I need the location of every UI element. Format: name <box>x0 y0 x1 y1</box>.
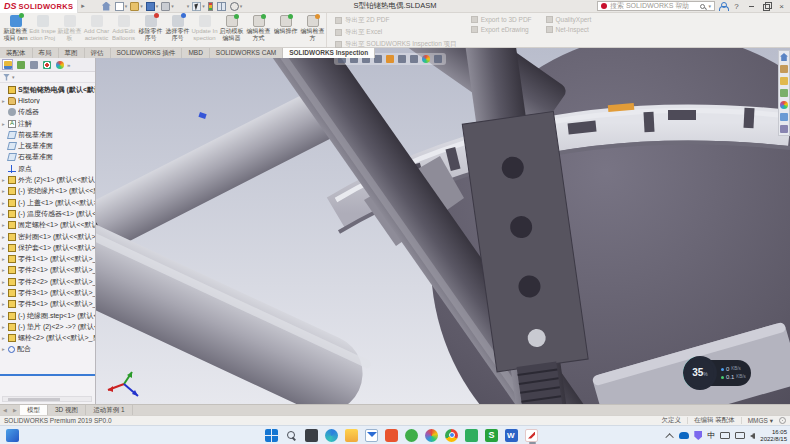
command-tab[interactable]: SOLIDWORKS CAM <box>210 48 283 58</box>
help-search-box[interactable]: 搜索 SOLIDWORKS 帮助 ▾ <box>597 1 715 11</box>
dropdown-caret[interactable]: ▾ <box>140 3 143 9</box>
units-selector[interactable]: MMGS ▾ <box>748 417 773 425</box>
file-explorer-icon[interactable] <box>345 429 358 442</box>
minimize-button[interactable] <box>746 1 757 12</box>
tree-item[interactable]: ▸ (-) 垫片 (2)<2> ->? (默认<<默认> <box>0 321 95 332</box>
solidworks-logo[interactable]: DS SOLIDWORKS <box>0 0 78 13</box>
tab-configurationmanager[interactable] <box>28 59 39 70</box>
save-icon[interactable]: ▾ <box>146 2 159 11</box>
task-view-icon[interactable] <box>305 429 318 442</box>
tree-item[interactable]: ▸ 零件3<1> (默认<<默认>_显示状 <box>0 287 95 298</box>
tree-horizontal-scrollbar[interactable] <box>2 396 92 402</box>
volume-icon[interactable] <box>750 433 755 439</box>
tree-item[interactable]: ▸ (-) 绝缘圈.step<1> (默认<<默认> <box>0 310 95 321</box>
edge-icon[interactable] <box>325 429 338 442</box>
appearance-icon[interactable] <box>422 55 430 63</box>
command-tab[interactable]: SOLIDWORKS 插件 <box>111 48 183 58</box>
ribbon-button[interactable]: 编辑检查方式 <box>245 13 272 47</box>
design-library-icon[interactable] <box>780 65 788 73</box>
chrome-icon[interactable] <box>445 429 458 442</box>
new-document-icon[interactable]: ▾ <box>115 2 128 11</box>
solidworks-resources-icon[interactable] <box>780 53 788 61</box>
export-menu-item[interactable]: Export to 3D PDF <box>471 16 532 23</box>
restore-button[interactable] <box>761 1 772 12</box>
command-tab[interactable]: 装配体 <box>0 48 33 58</box>
app-s-icon[interactable] <box>485 429 498 442</box>
search-icon[interactable] <box>700 4 705 9</box>
mail-icon[interactable] <box>365 429 378 442</box>
command-tab[interactable]: 评估 <box>85 48 111 58</box>
tabs-scroll-right[interactable]: ▶ <box>10 405 20 415</box>
app-green-icon[interactable] <box>405 429 418 442</box>
rollback-bar[interactable] <box>0 374 96 376</box>
options-icon[interactable]: ▾ <box>230 2 243 11</box>
forum-icon[interactable] <box>780 125 788 133</box>
logo-flyout-arrow[interactable]: ▸ <box>81 2 85 10</box>
hide-show-items-icon[interactable] <box>410 55 418 63</box>
export-menu-item[interactable]: Export eDrawing <box>471 26 532 33</box>
appearances-scenes-icon[interactable] <box>780 101 788 109</box>
tab-dimxpertmanager[interactable] <box>41 59 52 70</box>
ribbon-button[interactable]: 编辑操作 <box>272 13 299 47</box>
tree-item[interactable]: ▸ History <box>0 95 95 106</box>
open-icon[interactable]: ▾ <box>130 2 143 11</box>
home-icon[interactable] <box>102 2 112 11</box>
tree-item[interactable]: ▸ 零件5<1> (默认<<默认>_显示状 <box>0 299 95 310</box>
tree-item[interactable]: 前视基准面 <box>0 129 95 140</box>
app-w-icon[interactable] <box>505 429 518 442</box>
export-menu-item[interactable]: Net-Inspect <box>546 26 592 33</box>
command-tab[interactable]: MBD <box>182 48 209 58</box>
tree-item[interactable]: S型铂铑热电偶 (默认<默认_显示状态-1 <box>0 84 95 95</box>
tree-item[interactable]: ▸ 固定螺栓<1> (默认<<默认>_显示状 <box>0 220 95 231</box>
search-caret[interactable]: ▾ <box>708 3 711 9</box>
ribbon-button[interactable]: 移除零件序号 <box>137 13 164 47</box>
app-orange-icon[interactable] <box>385 429 398 442</box>
tree-item[interactable]: ▸ 注解 <box>0 118 95 129</box>
command-tab[interactable]: 布局 <box>33 48 59 58</box>
close-button[interactable]: × <box>776 1 787 12</box>
ribbon-button[interactable]: Update Inspection Project <box>191 13 218 47</box>
command-tab[interactable]: 草图 <box>59 48 85 58</box>
ribbon-button[interactable]: Add Characteristic <box>83 13 110 47</box>
dropdown-caret[interactable]: ▾ <box>156 3 159 9</box>
ribbon-button[interactable]: Add/Edit Balloons <box>110 13 137 47</box>
file-explorer-icon[interactable] <box>780 77 788 85</box>
dropdown-caret[interactable]: ▾ <box>187 3 190 9</box>
ribbon-button[interactable]: 编辑检查方 <box>299 13 326 47</box>
filter-icon[interactable] <box>3 74 10 81</box>
undo-icon[interactable]: ▾ <box>177 2 190 11</box>
widgets-icon[interactable] <box>6 429 19 442</box>
app-phone-icon[interactable] <box>465 429 478 442</box>
more-tabs-button[interactable]: » <box>67 62 70 68</box>
dropdown-caret[interactable]: ▾ <box>171 3 174 9</box>
security-shield-icon[interactable] <box>694 431 702 440</box>
login-icon[interactable] <box>719 2 727 11</box>
dropdown-caret[interactable]: ▾ <box>125 3 128 9</box>
print-icon[interactable]: ▾ <box>161 2 174 11</box>
status-options-icon[interactable] <box>779 417 786 424</box>
select-icon[interactable]: ▾ <box>192 2 205 11</box>
command-tab[interactable]: SOLIDWORKS Inspection <box>283 48 375 58</box>
onedrive-icon[interactable] <box>679 432 689 439</box>
ime-indicator[interactable]: 中 <box>707 429 715 442</box>
ribbon-button[interactable]: 新建检查板 <box>56 13 83 47</box>
tray-chevron-icon[interactable] <box>666 433 674 441</box>
ribbon-button[interactable]: 新建检查项目 (amp;M) <box>2 13 29 47</box>
solidworks-icon[interactable] <box>525 429 538 442</box>
tab-featuremanager[interactable] <box>2 59 13 70</box>
tree-item[interactable]: ▸ 配合 <box>0 344 95 355</box>
help-button[interactable]: ? <box>731 1 742 12</box>
ribbon-button[interactable]: Edit Inspection Project <box>29 13 56 47</box>
tree-item[interactable]: ▸ 螺栓<2> (默认<<默认>_显示状态 <box>0 333 95 344</box>
ribbon-button[interactable]: 启动模板编辑器 <box>218 13 245 47</box>
export-menu-item[interactable]: 导出至 Excel <box>335 28 457 37</box>
display-icon[interactable] <box>735 432 745 439</box>
tree-item[interactable]: ▸ 保护套<1> (默认<<默认>_显示状 <box>0 242 95 253</box>
view-orientation-icon[interactable] <box>386 55 394 63</box>
touch-keyboard-icon[interactable] <box>720 432 730 439</box>
tree-item[interactable]: 原点 <box>0 163 95 174</box>
tree-item[interactable]: ▸ 零件2<1> (默认<<默认>_显示状 <box>0 265 95 276</box>
model-tab[interactable]: 运动算例 1 <box>86 405 132 415</box>
tree-item[interactable]: ▸ (-) 温度传感器<1> (默认<<默认>_ <box>0 208 95 219</box>
export-menu-item[interactable]: QualityXpert <box>546 16 592 23</box>
